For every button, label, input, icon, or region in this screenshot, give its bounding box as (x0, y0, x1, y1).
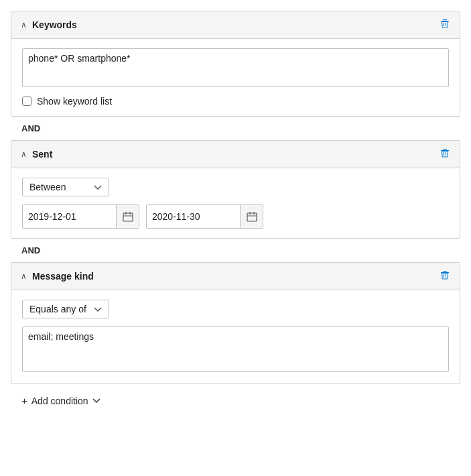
add-condition-label: Add condition (31, 396, 88, 406)
message-kind-header-left: ∧ Message kind (21, 271, 94, 282)
date-end-calendar-btn[interactable] (240, 205, 263, 228)
keywords-title: Keywords (32, 19, 77, 30)
show-keyword-label[interactable]: Show keyword list (37, 96, 112, 107)
add-condition-row[interactable]: + Add condition (11, 384, 460, 412)
sent-section: ∧ Sent Between (11, 140, 460, 239)
and-separator-1: AND (11, 117, 460, 140)
sent-dropdown-label: Between (29, 182, 66, 192)
message-kind-section: ∧ Message kind Equals any of em (11, 262, 460, 384)
message-kind-delete-icon[interactable] (440, 270, 450, 283)
sent-delete-icon[interactable] (440, 147, 450, 161)
message-kind-textarea[interactable]: email; meetings (22, 326, 449, 372)
keywords-header: ∧ Keywords (11, 11, 460, 39)
and-separator-2: AND (11, 239, 460, 262)
sent-title: Sent (32, 149, 52, 160)
message-kind-dropdown-label: Equals any of (29, 304, 86, 314)
date-end-wrapper (146, 204, 263, 229)
keywords-delete-icon[interactable] (440, 18, 450, 32)
svg-rect-5 (443, 149, 447, 150)
svg-rect-1 (443, 19, 447, 20)
svg-rect-8 (123, 213, 133, 221)
page-container: ∧ Keywords phone* OR smartphone* Show ke… (0, 0, 471, 476)
show-keyword-row: Show keyword list (22, 96, 449, 107)
sent-dropdown-arrow (94, 182, 102, 192)
message-kind-dropdown-arrow (94, 304, 102, 314)
add-condition-chevron-icon (92, 397, 100, 405)
sent-dropdown[interactable]: Between (22, 178, 109, 196)
message-kind-body: Equals any of email; meetings (11, 290, 460, 383)
message-kind-title: Message kind (32, 271, 94, 282)
date-start-input[interactable] (23, 207, 116, 226)
sent-header-left: ∧ Sent (21, 149, 52, 160)
message-kind-collapse-icon[interactable]: ∧ (21, 272, 27, 281)
keywords-body: phone* OR smartphone* Show keyword list (11, 39, 460, 116)
sent-collapse-icon[interactable]: ∧ (21, 150, 27, 159)
plus-icon: + (21, 395, 27, 406)
sent-body: Between (11, 168, 460, 238)
date-start-wrapper (22, 204, 139, 229)
keywords-textarea[interactable]: phone* OR smartphone* (22, 48, 449, 87)
svg-rect-12 (247, 213, 257, 221)
svg-rect-17 (443, 271, 447, 272)
show-keyword-checkbox[interactable] (22, 97, 31, 106)
message-kind-dropdown[interactable]: Equals any of (22, 300, 109, 318)
keywords-collapse-icon[interactable]: ∧ (21, 20, 27, 29)
keywords-header-left: ∧ Keywords (21, 19, 77, 30)
message-kind-header: ∧ Message kind (11, 263, 460, 290)
date-row (22, 204, 449, 229)
date-start-calendar-btn[interactable] (116, 205, 139, 228)
date-end-input[interactable] (147, 207, 240, 226)
keywords-section: ∧ Keywords phone* OR smartphone* Show ke… (11, 11, 460, 117)
sent-header: ∧ Sent (11, 141, 460, 168)
